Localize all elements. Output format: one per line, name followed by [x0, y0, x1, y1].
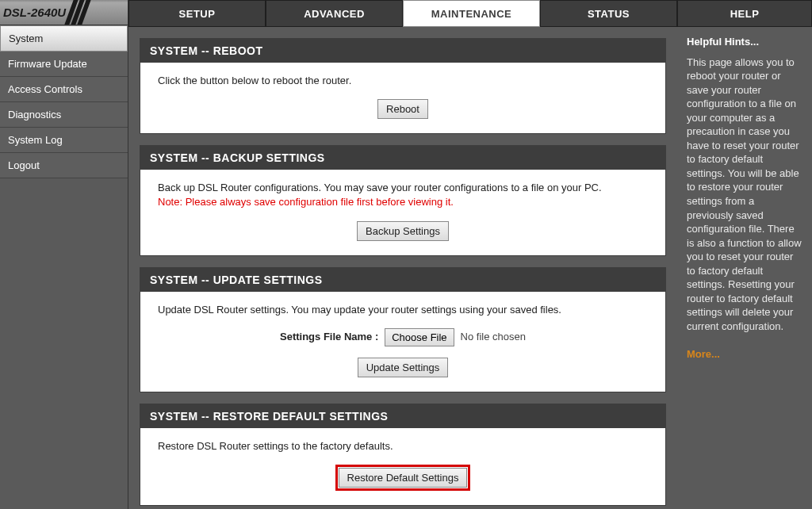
- backup-note: Note: Please always save configuration f…: [158, 196, 454, 208]
- sidebar-item-system[interactable]: System: [0, 25, 128, 52]
- reboot-text: Click the button below to reboot the rou…: [158, 74, 648, 88]
- sidebar: DSL-2640U System Firmware Update Access …: [0, 0, 128, 509]
- panel-update: SYSTEM -- UPDATE SETTINGS Update DSL Rou…: [140, 267, 666, 392]
- restore-default-settings-button[interactable]: Restore Default Settings: [339, 468, 468, 488]
- panel-restore-header: SYSTEM -- RESTORE DEFAULT SETTINGS: [140, 404, 665, 428]
- help-title: Helpful Hints...: [687, 35, 802, 49]
- tab-advanced[interactable]: ADVANCED: [266, 0, 403, 27]
- update-settings-button[interactable]: Update Settings: [358, 358, 449, 377]
- choose-file-button[interactable]: Choose File: [385, 328, 454, 346]
- main-column: SETUP ADVANCED MAINTENANCE STATUS SYSTEM…: [128, 0, 677, 509]
- backup-settings-button[interactable]: Backup Settings: [357, 221, 449, 241]
- sidebar-item-diagnostics[interactable]: Diagnostics: [0, 102, 128, 128]
- panel-update-header: SYSTEM -- UPDATE SETTINGS: [140, 268, 665, 292]
- restore-highlight-box: Restore Default Settings: [335, 465, 471, 491]
- tab-maintenance[interactable]: MAINTENANCE: [403, 0, 540, 27]
- panel-reboot: SYSTEM -- REBOOT Click the button below …: [140, 38, 666, 134]
- product-logo: DSL-2640U: [0, 0, 128, 25]
- settings-file-label: Settings File Name :: [280, 330, 378, 344]
- sidebar-item-logout[interactable]: Logout: [0, 153, 128, 178]
- sidebar-item-system-log[interactable]: System Log: [0, 128, 128, 153]
- restore-text: Restore DSL Router settings to the facto…: [158, 439, 648, 454]
- panel-backup: SYSTEM -- BACKUP SETTINGS Back up DSL Ro…: [140, 145, 666, 255]
- sidebar-item-firmware-update[interactable]: Firmware Update: [0, 52, 128, 77]
- top-tabs: SETUP ADVANCED MAINTENANCE STATUS: [128, 0, 677, 27]
- backup-text: Back up DSL Router configurations. You m…: [158, 182, 602, 193]
- panel-restore: SYSTEM -- RESTORE DEFAULT SETTINGS Resto…: [140, 404, 666, 506]
- tab-status[interactable]: STATUS: [540, 0, 677, 27]
- help-column: HELP Helpful Hints... This page allows y…: [677, 0, 812, 509]
- tab-setup[interactable]: SETUP: [128, 0, 266, 27]
- tab-help[interactable]: HELP: [677, 0, 812, 27]
- update-text: Update DSL Router settings. You may upda…: [158, 303, 648, 317]
- sidebar-item-access-controls[interactable]: Access Controls: [0, 77, 128, 102]
- file-chosen-status: No file chosen: [461, 330, 526, 344]
- help-more-link[interactable]: More...: [687, 347, 802, 362]
- panel-reboot-header: SYSTEM -- REBOOT: [140, 39, 665, 63]
- reboot-button[interactable]: Reboot: [377, 99, 428, 119]
- help-body-text: This page allows you to reboot your rout…: [687, 55, 802, 334]
- content-wrap: SETUP ADVANCED MAINTENANCE STATUS SYSTEM…: [128, 0, 812, 509]
- panel-backup-header: SYSTEM -- BACKUP SETTINGS: [140, 146, 665, 170]
- model-number: DSL-2640U: [0, 6, 66, 19]
- logo-slashes: [69, 0, 86, 25]
